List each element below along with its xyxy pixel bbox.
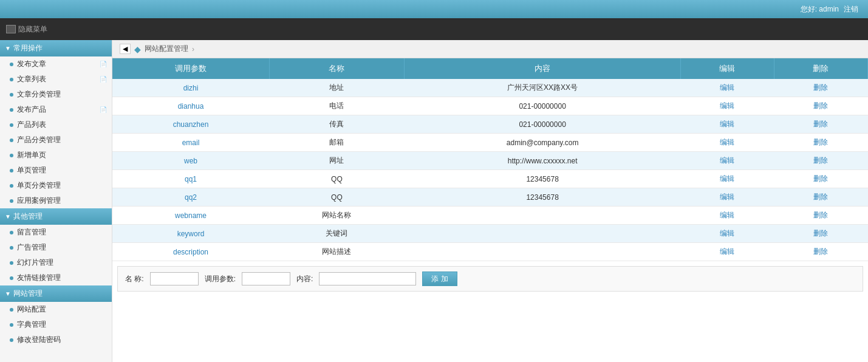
logout-link[interactable]: 注销 <box>844 4 858 15</box>
sidebar-item-page-manage[interactable]: 单页管理 <box>0 163 112 178</box>
sidebar-item-label: 产品分类管理 <box>17 135 61 145</box>
sidebar-item-site-config[interactable]: 网站配置 <box>0 302 112 317</box>
delete-link[interactable]: 删除 <box>813 120 828 128</box>
delete-link[interactable]: 删除 <box>813 83 828 92</box>
cell-param: dianhua <box>112 97 269 115</box>
sidebar-item-new-page[interactable]: 新增单页 <box>0 148 112 163</box>
cell-edit[interactable]: 编辑 <box>680 115 774 134</box>
delete-link[interactable]: 删除 <box>813 156 828 165</box>
delete-link[interactable]: 删除 <box>813 211 828 219</box>
cell-delete[interactable]: 删除 <box>774 225 867 243</box>
edit-link[interactable]: 编辑 <box>720 138 734 146</box>
sidebar-item-product-list[interactable]: 产品列表 <box>0 117 112 132</box>
edit-link[interactable]: 编辑 <box>720 101 734 110</box>
edit-link[interactable]: 编辑 <box>720 193 734 201</box>
cell-edit[interactable]: 编辑 <box>680 152 774 170</box>
sidebar-item-article-list[interactable]: 文章列表 📄 <box>0 72 112 87</box>
sidebar-item-publish-article[interactable]: 发布文章 📄 <box>0 56 112 72</box>
page-title: 网站配置管理 <box>145 44 188 54</box>
cell-delete[interactable]: 删除 <box>774 243 867 261</box>
sidebar-item-ads[interactable]: 广告管理 <box>0 240 112 255</box>
cell-param: dizhi <box>112 79 269 97</box>
table-row: webname 网站名称 编辑 删除 <box>112 207 868 225</box>
breadcrumb-separator: › <box>192 45 194 53</box>
dot-icon <box>10 231 13 234</box>
name-input[interactable] <box>150 272 199 285</box>
sidebar-item-change-password[interactable]: 修改登陆密码 <box>0 332 112 347</box>
cell-content: 12345678 <box>405 188 681 207</box>
sidebar-item-article-category[interactable]: 文章分类管理 <box>0 87 112 102</box>
cell-content <box>405 225 681 243</box>
cell-delete[interactable]: 删除 <box>774 115 867 134</box>
content-input[interactable] <box>319 272 416 285</box>
sidebar-section-common[interactable]: ▼ 常用操作 <box>0 40 112 56</box>
sidebar-item-label: 友情链接管理 <box>17 273 61 283</box>
content-label: 内容: <box>296 274 313 284</box>
sidebar-item-links[interactable]: 友情链接管理 <box>0 270 112 285</box>
cell-delete[interactable]: 删除 <box>774 170 867 188</box>
sidebar-item-label: 产品列表 <box>17 120 46 130</box>
sidebar-item-dictionary[interactable]: 字典管理 <box>0 317 112 332</box>
cell-edit[interactable]: 编辑 <box>680 243 774 261</box>
delete-link[interactable]: 删除 <box>813 101 828 110</box>
cell-edit[interactable]: 编辑 <box>680 134 774 152</box>
delete-link[interactable]: 删除 <box>813 247 828 256</box>
cell-content: 021-00000000 <box>405 97 681 115</box>
cell-edit[interactable]: 编辑 <box>680 225 774 243</box>
delete-link[interactable]: 删除 <box>813 174 828 183</box>
cell-edit[interactable]: 编辑 <box>680 170 774 188</box>
cell-content: 12345678 <box>405 170 681 188</box>
sidebar-item-product-category[interactable]: 产品分类管理 <box>0 132 112 148</box>
dot-icon <box>10 184 13 188</box>
dot-icon <box>10 93 13 97</box>
sidebar-item-publish-product[interactable]: 发布产品 📄 <box>0 102 112 117</box>
sidebar-item-messages[interactable]: 留言管理 <box>0 225 112 240</box>
sidebar-section-other[interactable]: ▼ 其他管理 <box>0 208 112 225</box>
dot-icon <box>10 123 13 127</box>
sidebar-item-label: 修改登陆密码 <box>17 335 61 345</box>
cell-edit[interactable]: 编辑 <box>680 188 774 207</box>
cell-edit[interactable]: 编辑 <box>680 97 774 115</box>
edit-link[interactable]: 编辑 <box>720 211 734 219</box>
sidebar-item-label: 发布文章 <box>17 59 46 69</box>
hide-menu-button[interactable]: 隐藏菜单 <box>6 24 47 35</box>
delete-link[interactable]: 删除 <box>813 193 828 201</box>
cell-delete[interactable]: 删除 <box>774 97 867 115</box>
sidebar-item-cases[interactable]: 应用案例管理 <box>0 193 112 208</box>
sidebar-item-page-category[interactable]: 单页分类管理 <box>0 178 112 193</box>
sidebar-item-label: 发布产品 <box>17 104 46 115</box>
delete-link[interactable]: 删除 <box>813 229 828 237</box>
dot-icon <box>10 78 13 81</box>
dot-icon <box>10 308 13 312</box>
name-label: 名 称: <box>125 274 144 284</box>
cell-delete[interactable]: 删除 <box>774 134 867 152</box>
sidebar-section-site[interactable]: ▼ 网站管理 <box>0 285 112 302</box>
cell-delete[interactable]: 删除 <box>774 188 867 207</box>
param-input[interactable] <box>242 272 290 285</box>
sidebar-item-slideshow[interactable]: 幻灯片管理 <box>0 255 112 270</box>
section-arrow-other: ▼ <box>5 213 11 220</box>
cell-edit[interactable]: 编辑 <box>680 207 774 225</box>
cell-delete[interactable]: 删除 <box>774 79 867 97</box>
cell-delete[interactable]: 删除 <box>774 152 867 170</box>
collapse-button[interactable]: ◀ <box>120 44 131 54</box>
add-button[interactable]: 添 加 <box>422 272 457 286</box>
cell-delete[interactable]: 删除 <box>774 207 867 225</box>
edit-link[interactable]: 编辑 <box>720 120 734 128</box>
sidebar-item-label: 文章列表 <box>17 74 46 84</box>
greeting-text: 您好: admin <box>801 4 839 15</box>
cell-name: 网址 <box>269 152 405 170</box>
cell-edit[interactable]: 编辑 <box>680 79 774 97</box>
edit-link[interactable]: 编辑 <box>720 174 734 183</box>
edit-link[interactable]: 编辑 <box>720 247 734 256</box>
table-row: qq2 QQ 12345678 编辑 删除 <box>112 188 868 207</box>
cell-name: QQ <box>269 188 405 207</box>
delete-link[interactable]: 删除 <box>813 138 828 146</box>
cell-name: 网站名称 <box>269 207 405 225</box>
cell-param: qq2 <box>112 188 269 207</box>
edit-link[interactable]: 编辑 <box>720 156 734 165</box>
cell-param: qq1 <box>112 170 269 188</box>
edit-link[interactable]: 编辑 <box>720 229 734 237</box>
article-icon: 📄 <box>100 61 107 67</box>
edit-link[interactable]: 编辑 <box>720 83 734 92</box>
